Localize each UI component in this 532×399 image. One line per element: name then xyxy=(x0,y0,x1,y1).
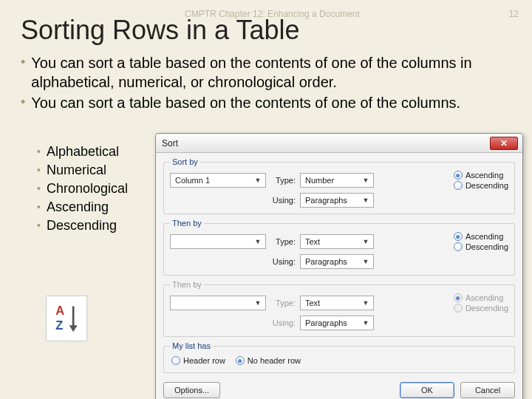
close-button[interactable]: ✕ xyxy=(490,137,518,150)
svg-text:A: A xyxy=(55,304,64,317)
descending-label: Descending xyxy=(466,242,508,251)
bullet-text: You can sort a table based on the conten… xyxy=(31,93,460,112)
chevron-down-icon: ▼ xyxy=(253,177,263,184)
chevron-down-icon: ▼ xyxy=(361,299,371,307)
dialog-title: Sort xyxy=(162,138,490,149)
header-row-label: Header row xyxy=(183,356,225,365)
ascending-label: Ascending xyxy=(466,293,503,302)
sort-dialog: Sort ✕ Sort by Column 1 ▼ Type: Number ▼ xyxy=(155,133,523,399)
then-by-1-type-combo[interactable]: Text ▼ xyxy=(300,234,374,249)
chevron-down-icon: ▼ xyxy=(361,177,371,184)
descending-radio[interactable] xyxy=(454,242,463,251)
combo-value: Text xyxy=(305,299,320,307)
page-title: Sorting Rows in a Table xyxy=(21,15,300,46)
then-by-legend: Then by xyxy=(170,219,204,228)
ascending-radio[interactable] xyxy=(454,171,463,180)
type-label: Type: xyxy=(270,237,296,246)
sort-az-icon: A Z xyxy=(46,296,87,341)
dialog-titlebar[interactable]: Sort ✕ xyxy=(156,134,522,153)
chevron-down-icon: ▼ xyxy=(253,299,263,307)
combo-value: Number xyxy=(305,176,334,185)
combo-value: Text xyxy=(305,237,320,246)
options-button[interactable]: Options... xyxy=(163,382,220,398)
header-row-radio[interactable] xyxy=(171,356,180,365)
my-list-legend: My list has xyxy=(170,341,213,350)
svg-text:Z: Z xyxy=(55,318,63,332)
sort-by-type-combo[interactable]: Number ▼ xyxy=(300,173,374,188)
descending-radio[interactable] xyxy=(454,181,463,190)
close-icon: ✕ xyxy=(500,138,508,149)
then-by-2-group: Then by ▼ Type: Text ▼ Ascending xyxy=(163,280,515,337)
then-by-1-group: Then by ▼ Type: Text ▼ Ascending xyxy=(163,219,515,276)
type-label: Type: xyxy=(270,176,296,185)
combo-value: Paragraphs xyxy=(305,257,347,266)
sub-bullet-text: Ascending xyxy=(47,200,109,215)
sort-by-group: Sort by Column 1 ▼ Type: Number ▼ Ascend… xyxy=(163,157,515,214)
ascending-radio[interactable] xyxy=(454,232,463,241)
combo-value: Paragraphs xyxy=(305,196,347,205)
then-by-2-type-combo: Text ▼ xyxy=(300,296,374,310)
combo-value: Paragraphs xyxy=(305,318,347,327)
sort-by-using-combo[interactable]: Paragraphs ▼ xyxy=(300,193,374,208)
then-by-2-column-combo: ▼ xyxy=(170,296,266,310)
ascending-label: Ascending xyxy=(466,171,503,180)
using-label: Using: xyxy=(270,196,296,205)
sub-bullets: •Alphabetical •Numerical •Chronological … xyxy=(37,144,128,236)
using-label: Using: xyxy=(270,257,296,266)
svg-marker-3 xyxy=(69,325,78,332)
sort-by-column-combo[interactable]: Column 1 ▼ xyxy=(170,173,266,188)
descending-label: Descending xyxy=(466,181,508,190)
sub-bullet-text: Numerical xyxy=(47,163,106,178)
my-list-has-group: My list has Header row No header row xyxy=(163,341,515,373)
chevron-down-icon: ▼ xyxy=(361,238,371,245)
chevron-down-icon: ▼ xyxy=(361,319,371,327)
no-header-row-label: No header row xyxy=(248,356,301,365)
using-label: Using: xyxy=(270,318,296,327)
then-by-2-using-combo: Paragraphs ▼ xyxy=(300,316,374,330)
cancel-button[interactable]: Cancel xyxy=(460,382,515,398)
then-by-legend: Then by xyxy=(170,280,204,289)
ascending-radio xyxy=(454,293,463,302)
chevron-down-icon: ▼ xyxy=(253,238,263,245)
sub-bullet-text: Alphabetical xyxy=(47,144,119,160)
main-bullets: •You can sort a table based on the conte… xyxy=(21,53,519,114)
bullet-text: You can sort a table based on the conten… xyxy=(31,53,519,92)
page-number: 12 xyxy=(509,9,519,19)
no-header-row-radio[interactable] xyxy=(236,356,245,365)
chevron-down-icon: ▼ xyxy=(361,258,371,265)
ok-button[interactable]: OK xyxy=(400,382,454,398)
descending-radio xyxy=(454,304,463,313)
sub-bullet-text: Descending xyxy=(47,218,117,233)
then-by-1-using-combo[interactable]: Paragraphs ▼ xyxy=(300,254,374,269)
ascending-label: Ascending xyxy=(466,232,503,241)
type-label: Type: xyxy=(270,299,296,307)
chevron-down-icon: ▼ xyxy=(361,197,371,204)
combo-value: Column 1 xyxy=(175,176,210,185)
descending-label: Descending xyxy=(466,304,508,313)
then-by-1-column-combo[interactable]: ▼ xyxy=(170,234,266,249)
sort-by-legend: Sort by xyxy=(170,157,200,166)
sub-bullet-text: Chronological xyxy=(47,181,128,197)
